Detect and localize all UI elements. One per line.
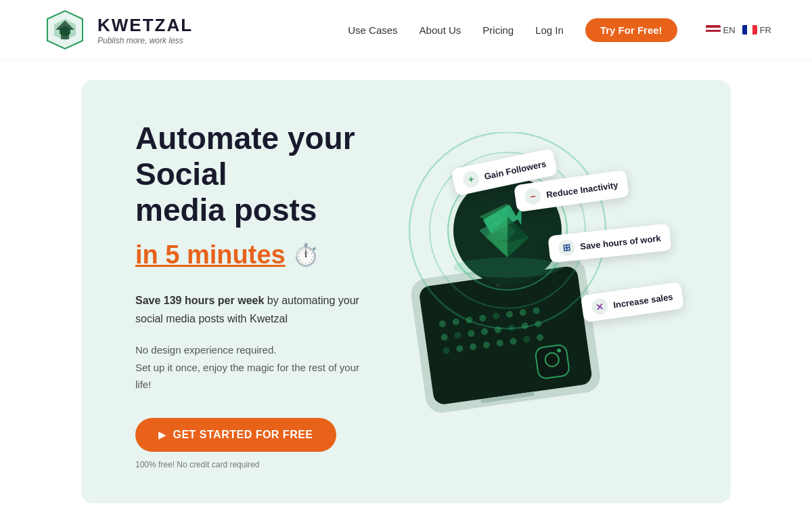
language-switcher: EN FR <box>706 25 771 35</box>
x-symbol: ✕ <box>591 297 609 316</box>
lang-en-label: EN <box>723 25 736 35</box>
brand-logo-icon <box>41 5 89 54</box>
hero-illustration: + Gain Followers − Reduce Inactivity ⊞ S… <box>365 132 677 457</box>
flag-fr-icon <box>742 25 757 35</box>
navbar: KWETZAL Publish more, work less Use Case… <box>0 0 812 60</box>
svg-point-42 <box>453 257 562 278</box>
try-free-button[interactable]: Try For Free! <box>585 18 677 42</box>
hero-small-desc-2: Set up it once, enjoy the magic for the … <box>135 362 359 391</box>
section-heading-area: How Does It Work? <box>0 503 812 508</box>
nav-pricing[interactable]: Pricing <box>482 24 514 36</box>
float-card-4-label: Increase sales <box>613 291 674 310</box>
lang-en[interactable]: EN <box>706 25 736 35</box>
hero-small-desc: No design experience required. Set up it… <box>135 341 365 394</box>
hero-title: Automate your Social media posts <box>135 121 365 228</box>
hero-container: Automate your Social media posts in 5 mi… <box>81 80 731 503</box>
cta-button[interactable]: ▶ GET STARTED FOR FREE <box>135 418 336 452</box>
float-card-3-label: Save hours of work <box>579 233 661 251</box>
minus-symbol: − <box>524 188 542 206</box>
flag-us-icon <box>706 25 721 35</box>
brand-name-area: KWETZAL Publish more, work less <box>97 15 193 45</box>
svg-rect-30 <box>535 344 570 379</box>
cta-note: 100% free! No credit card required <box>135 460 365 469</box>
hero-subtitle: in 5 minutes <box>135 240 286 270</box>
lang-fr[interactable]: FR <box>742 25 771 35</box>
hero-desc-bold: Save 139 hours per week <box>135 295 264 306</box>
float-card-1-label: Gain Followers <box>483 158 547 181</box>
nav-about-us[interactable]: About Us <box>420 24 461 36</box>
hero-small-desc-1: No design experience required. <box>135 344 276 356</box>
brand-name: KWETZAL <box>97 15 193 36</box>
plus-symbol: + <box>461 169 480 188</box>
logo[interactable]: KWETZAL Publish more, work less <box>41 5 193 54</box>
nav-use-cases[interactable]: Use Cases <box>348 24 397 36</box>
bars-symbol: ⊞ <box>558 239 575 257</box>
login-button[interactable]: Log In <box>535 24 564 36</box>
hero-subtitle-row: in 5 minutes ⏱️ <box>135 240 365 270</box>
nav-links: Use Cases About Us Pricing Log In Try Fo… <box>348 18 771 42</box>
clock-emoji: ⏱️ <box>292 242 319 268</box>
cursor-icon: ▶ <box>158 429 166 440</box>
lang-fr-label: FR <box>760 25 771 35</box>
float-card-2-label: Reduce Inactivity <box>545 179 618 200</box>
hero-section: Automate your Social media posts in 5 mi… <box>0 60 812 503</box>
cta-label: GET STARTED FOR FREE <box>173 429 313 441</box>
hero-description: Save 139 hours per week by automating yo… <box>135 291 365 328</box>
hero-content: Automate your Social media posts in 5 mi… <box>135 121 365 469</box>
brand-tagline: Publish more, work less <box>97 36 193 45</box>
